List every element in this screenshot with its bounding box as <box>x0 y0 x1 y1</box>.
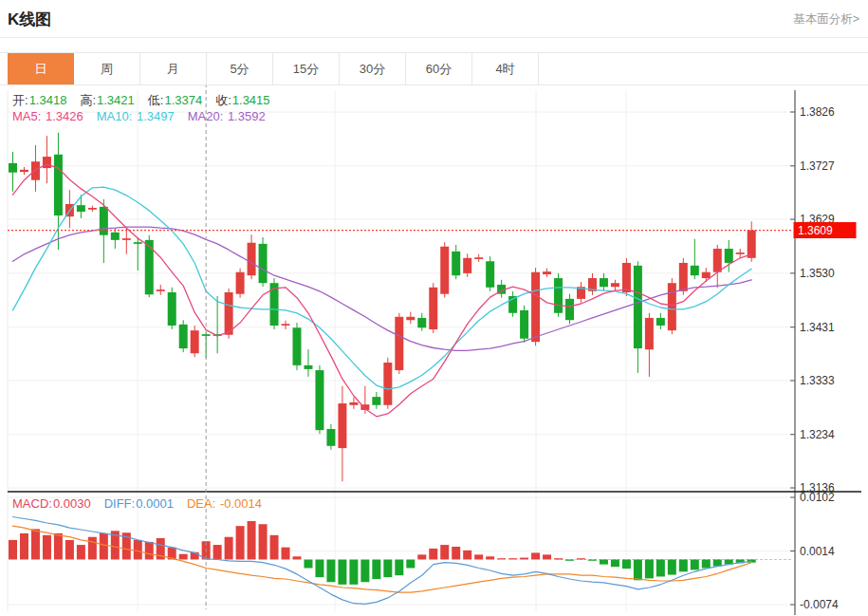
macd-bar <box>338 559 346 584</box>
macd-bar <box>88 537 97 560</box>
macd-bar <box>543 554 551 559</box>
macd-bar <box>565 559 574 560</box>
candle-body <box>315 370 323 430</box>
macd-bar <box>417 554 426 559</box>
ma-row-item: MA20: 1.3592 <box>188 109 266 123</box>
macd-bar <box>622 559 631 569</box>
timeframe-tab-bar: 日周月5分15分30分60分4时 <box>0 52 868 85</box>
macd-bar <box>179 554 188 560</box>
candle-body <box>191 330 199 353</box>
price-axis-label: 1.3431 <box>800 321 835 334</box>
candle-body <box>349 402 358 405</box>
tab-month[interactable]: 月 <box>140 53 207 84</box>
candle-body <box>417 318 426 327</box>
candle-body <box>702 272 711 278</box>
macd-bar <box>259 524 268 559</box>
tab-5min[interactable]: 5分 <box>207 53 273 84</box>
kline-page: { "header": { "title": "K线图", "link_labe… <box>0 0 868 616</box>
tab-15min[interactable]: 15分 <box>273 53 340 84</box>
candle-body <box>111 233 120 240</box>
macd-bar <box>77 545 85 559</box>
macd-readout: MACD:0.0030DIFF:0.0001DEA: -0.0014 <box>12 496 275 511</box>
macd-bar <box>486 556 494 559</box>
macd-bar <box>293 556 302 559</box>
macd-bar <box>20 533 28 560</box>
candle-body <box>611 283 619 287</box>
tab-30min[interactable]: 30分 <box>340 53 406 84</box>
tab-4hour[interactable]: 4时 <box>472 53 539 84</box>
macd-bar <box>588 559 597 560</box>
macd-bar <box>65 540 74 560</box>
macd-bar <box>372 559 380 579</box>
macd-bar <box>395 559 403 575</box>
candle-body <box>77 205 85 212</box>
price-axis-label: 1.3727 <box>800 159 835 173</box>
macd-bar <box>429 549 437 560</box>
candle-body <box>725 249 733 263</box>
ohlc-readout: 开:1.3418高:1.3421低:1.3374收:1.3415 <box>12 92 284 109</box>
tab-week[interactable]: 周 <box>74 53 140 84</box>
macd-bar <box>360 559 369 582</box>
candle-body <box>554 278 563 313</box>
macd-row-item: DIFF:0.0001 <box>104 496 174 511</box>
candle-body <box>474 257 483 259</box>
candle-body <box>691 266 699 275</box>
macd-bar <box>577 558 585 559</box>
candle-body <box>622 263 631 292</box>
candle-body <box>713 249 722 272</box>
candle-body <box>440 247 449 294</box>
macd-bar <box>600 559 608 564</box>
macd-row-item: DEA: -0.0014 <box>187 496 262 511</box>
macd-bar <box>315 559 323 577</box>
price-axis-label: 1.3530 <box>800 267 835 280</box>
candle-body <box>134 242 142 244</box>
macd-bar <box>326 559 335 582</box>
candle-body <box>282 324 290 326</box>
macd-axis-label: 0.0014 <box>800 545 835 558</box>
macd-bar <box>43 535 51 560</box>
candle-body <box>304 365 312 369</box>
tab-60min[interactable]: 60分 <box>406 53 472 84</box>
candle-body <box>679 263 688 291</box>
candle-body <box>543 271 551 274</box>
macd-bar <box>554 558 563 559</box>
page-header: K线图 基本面分析> <box>0 0 868 37</box>
ma-row-item: MA5: 1.3426 <box>12 109 83 123</box>
macd-bar <box>270 535 279 560</box>
candle-body <box>122 238 131 240</box>
candle-body <box>338 403 346 448</box>
macd-bar <box>100 533 108 560</box>
ohlc-row-item: 低:1.3374 <box>148 93 202 107</box>
macd-bar <box>9 540 17 560</box>
candle-body <box>406 317 415 320</box>
candle-body <box>225 292 233 335</box>
candle-body <box>248 243 256 275</box>
macd-bar <box>225 537 233 560</box>
ma-row-item: MA10: 1.3497 <box>97 109 175 123</box>
candle-body <box>270 283 279 326</box>
macd-bar <box>282 548 290 560</box>
macd-bar <box>31 529 40 559</box>
fundamental-analysis-link[interactable]: 基本面分析> <box>793 11 859 28</box>
macd-bar <box>668 559 676 574</box>
price-axis-label: 1.3333 <box>800 374 835 387</box>
candle-body <box>531 272 540 342</box>
macd-bar <box>213 545 222 559</box>
macd-bar <box>702 559 711 568</box>
macd-bar <box>440 545 449 559</box>
tab-day[interactable]: 日 <box>8 53 74 84</box>
candle-body <box>383 363 392 405</box>
macd-bar <box>236 526 245 559</box>
ma-readout: MA5: 1.3426MA10: 1.3497MA20: 1.3592 <box>12 109 279 123</box>
macd-bar <box>383 559 392 577</box>
macd-bar <box>508 558 517 559</box>
macd-bar <box>463 551 471 560</box>
candle-body <box>486 261 494 288</box>
macd-bar <box>497 558 506 559</box>
candle-body <box>372 397 380 405</box>
macd-bar <box>520 558 528 560</box>
candle-body <box>157 289 165 291</box>
page-title: K线图 <box>8 9 51 30</box>
candle-body <box>293 327 302 365</box>
macd-bar <box>134 540 142 560</box>
